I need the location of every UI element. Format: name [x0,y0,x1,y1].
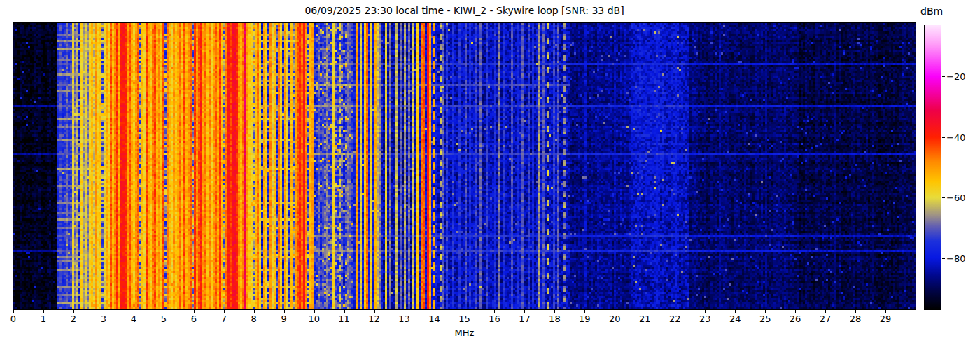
x-tick-mark [855,310,856,313]
x-tick-mark [735,310,736,313]
x-tick-mark [43,310,44,313]
colorbar-gradient [924,24,941,310]
x-tick-label: 21 [639,314,651,324]
x-tick-mark [554,310,555,313]
x-tick-mark [284,310,285,313]
x-tick-mark [254,310,255,313]
x-tick-label: 8 [251,314,257,324]
colorbar-tick-label: −40 [946,132,965,142]
x-tick-mark [645,310,645,313]
x-tick-mark [405,310,405,313]
x-tick-mark [465,310,465,313]
x-tick-mark [374,310,375,313]
x-tick-label: 15 [458,314,470,324]
x-tick-label: 27 [820,314,832,324]
x-tick-mark [675,310,676,313]
x-tick-label: 26 [790,314,802,324]
x-tick-label: 7 [221,314,227,324]
x-tick-mark [164,310,164,313]
waterfall-canvas [13,23,916,309]
x-tick-label: 1 [41,314,46,324]
chart-title: 06/09/2025 23:30 local time - KIWI_2 - S… [13,5,916,16]
x-tick-label: 5 [161,314,167,324]
spectrogram-figure: 06/09/2025 23:30 local time - KIWI_2 - S… [0,0,980,350]
x-tick-label: 22 [669,314,681,324]
colorbar-tick-mark [942,258,945,259]
x-tick-mark [524,310,525,313]
x-tick-mark [795,310,796,313]
x-tick-mark [134,310,134,313]
x-tick-label: 28 [850,314,862,324]
x-tick-label: 9 [281,314,287,324]
x-tick-label: 16 [489,314,500,324]
x-tick-label: 19 [579,314,591,324]
x-tick-label: 0 [10,314,16,324]
x-tick-mark [104,310,104,313]
x-tick-label: 2 [71,314,76,324]
x-tick-label: 3 [101,314,106,324]
x-tick-label: 18 [549,314,561,324]
x-tick-mark [494,310,495,313]
x-tick-label: 29 [880,314,892,324]
colorbar-tick-label: −60 [946,192,965,203]
x-tick-mark [765,310,766,313]
x-axis-label: MHz [13,328,916,338]
x-tick-label: 25 [760,314,771,324]
x-tick-mark [705,310,706,313]
x-tick-label: 14 [428,314,440,324]
colorbar-tick-mark [942,76,945,77]
x-tick-label: 12 [368,314,380,324]
colorbar-tick-label: −20 [946,71,965,81]
x-tick-label: 11 [338,314,350,324]
x-tick-label: 10 [308,314,320,324]
x-tick-mark [314,310,315,313]
colorbar-unit-label: dBm [920,6,943,17]
x-tick-mark [584,310,585,313]
x-tick-label: 4 [131,314,136,324]
x-tick-mark [13,310,14,313]
colorbar-tick-label: −80 [946,253,965,264]
x-tick-label: 13 [398,314,410,324]
x-tick-mark [615,310,615,313]
x-tick-mark [194,310,195,313]
x-tick-mark [344,310,345,313]
x-tick-mark [435,310,435,313]
x-tick-label: 17 [519,314,531,324]
x-tick-mark [886,310,886,313]
x-tick-label: 24 [729,314,741,324]
x-tick-label: 20 [609,314,621,324]
x-tick-label: 23 [699,314,711,324]
x-tick-label: 6 [191,314,197,324]
x-tick-mark [74,310,74,313]
x-tick-mark [825,310,826,313]
colorbar-tick-mark [942,197,945,198]
x-tick-mark [224,310,225,313]
colorbar-tick-mark [942,137,945,138]
